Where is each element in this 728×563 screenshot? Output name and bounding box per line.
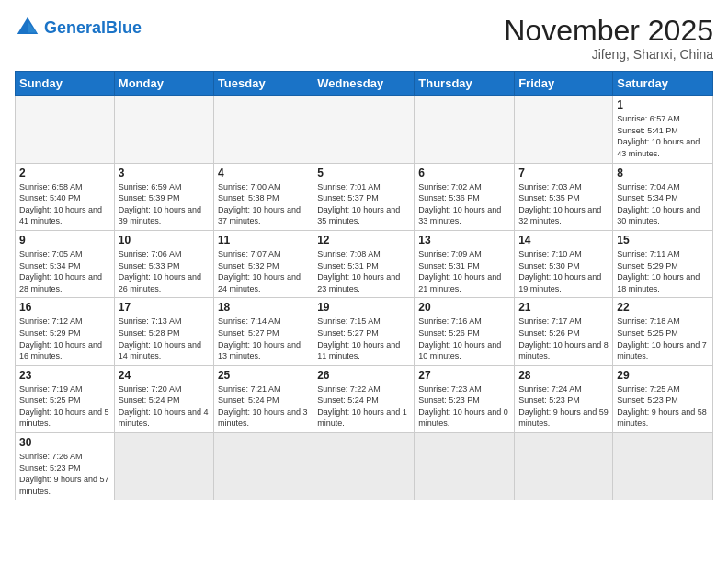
calendar-cell: 21Sunrise: 7:17 AM Sunset: 5:26 PM Dayli… bbox=[515, 298, 613, 365]
weekday-header-wednesday: Wednesday bbox=[313, 72, 415, 96]
day-info: Sunrise: 7:13 AM Sunset: 5:28 PM Dayligh… bbox=[119, 316, 210, 362]
calendar-cell bbox=[16, 96, 115, 163]
logo: GeneralBlue bbox=[15, 15, 142, 40]
day-number: 6 bbox=[418, 167, 510, 179]
calendar-cell: 28Sunrise: 7:24 AM Sunset: 5:23 PM Dayli… bbox=[515, 365, 613, 432]
day-info: Sunrise: 7:10 AM Sunset: 5:30 PM Dayligh… bbox=[518, 248, 609, 294]
calendar-cell: 11Sunrise: 7:07 AM Sunset: 5:32 PM Dayli… bbox=[213, 230, 313, 297]
day-info: Sunrise: 7:24 AM Sunset: 5:23 PM Dayligh… bbox=[518, 384, 609, 430]
day-number: 12 bbox=[317, 234, 410, 247]
day-number: 25 bbox=[218, 369, 309, 382]
day-number: 14 bbox=[518, 234, 609, 247]
page: GeneralBlue November 2025 Jifeng, Shanxi… bbox=[0, 0, 728, 563]
logo-blue: Blue bbox=[106, 18, 142, 37]
calendar-cell: 26Sunrise: 7:22 AM Sunset: 5:24 PM Dayli… bbox=[313, 365, 415, 432]
day-number: 8 bbox=[617, 167, 709, 179]
calendar-cell: 29Sunrise: 7:25 AM Sunset: 5:23 PM Dayli… bbox=[613, 365, 713, 432]
day-number: 19 bbox=[317, 301, 410, 314]
weekday-header-tuesday: Tuesday bbox=[213, 72, 313, 96]
calendar-cell bbox=[415, 433, 515, 500]
weekday-header-monday: Monday bbox=[114, 72, 213, 96]
calendar-cell: 16Sunrise: 7:12 AM Sunset: 5:29 PM Dayli… bbox=[16, 298, 115, 365]
calendar-cell: 13Sunrise: 7:09 AM Sunset: 5:31 PM Dayli… bbox=[415, 230, 515, 297]
day-number: 28 bbox=[518, 369, 609, 382]
logo-general: General bbox=[44, 18, 106, 37]
day-info: Sunrise: 7:11 AM Sunset: 5:29 PM Dayligh… bbox=[617, 248, 709, 294]
calendar-cell: 7Sunrise: 7:03 AM Sunset: 5:35 PM Daylig… bbox=[515, 163, 613, 230]
day-info: Sunrise: 7:21 AM Sunset: 5:24 PM Dayligh… bbox=[218, 384, 309, 430]
calendar-cell bbox=[313, 433, 415, 500]
day-number: 2 bbox=[19, 167, 110, 179]
day-info: Sunrise: 7:08 AM Sunset: 5:31 PM Dayligh… bbox=[317, 248, 410, 294]
day-info: Sunrise: 7:00 AM Sunset: 5:38 PM Dayligh… bbox=[218, 181, 309, 227]
day-number: 11 bbox=[218, 234, 309, 247]
calendar-cell: 22Sunrise: 7:18 AM Sunset: 5:25 PM Dayli… bbox=[613, 298, 713, 365]
header: GeneralBlue November 2025 Jifeng, Shanxi… bbox=[15, 15, 713, 62]
title-block: November 2025 Jifeng, Shanxi, China bbox=[504, 15, 713, 62]
day-info: Sunrise: 7:14 AM Sunset: 5:27 PM Dayligh… bbox=[218, 316, 309, 362]
calendar-cell: 4Sunrise: 7:00 AM Sunset: 5:38 PM Daylig… bbox=[213, 163, 313, 230]
day-info: Sunrise: 7:12 AM Sunset: 5:29 PM Dayligh… bbox=[19, 316, 110, 362]
calendar-cell: 23Sunrise: 7:19 AM Sunset: 5:25 PM Dayli… bbox=[16, 365, 115, 432]
day-number: 10 bbox=[119, 234, 210, 247]
day-number: 4 bbox=[218, 167, 309, 179]
subtitle: Jifeng, Shanxi, China bbox=[504, 47, 713, 62]
day-info: Sunrise: 7:15 AM Sunset: 5:27 PM Dayligh… bbox=[317, 316, 410, 362]
day-info: Sunrise: 7:17 AM Sunset: 5:26 PM Dayligh… bbox=[518, 316, 609, 362]
day-number: 26 bbox=[317, 369, 410, 382]
day-number: 7 bbox=[518, 167, 609, 179]
day-info: Sunrise: 7:20 AM Sunset: 5:24 PM Dayligh… bbox=[119, 384, 210, 430]
calendar-cell: 27Sunrise: 7:23 AM Sunset: 5:23 PM Dayli… bbox=[415, 365, 515, 432]
weekday-header-sunday: Sunday bbox=[16, 72, 115, 96]
day-number: 30 bbox=[19, 436, 110, 449]
day-info: Sunrise: 6:57 AM Sunset: 5:41 PM Dayligh… bbox=[617, 113, 709, 159]
day-number: 24 bbox=[119, 369, 210, 382]
day-info: Sunrise: 7:25 AM Sunset: 5:23 PM Dayligh… bbox=[617, 384, 709, 430]
day-info: Sunrise: 7:05 AM Sunset: 5:34 PM Dayligh… bbox=[19, 248, 110, 294]
day-number: 18 bbox=[218, 301, 309, 314]
day-number: 17 bbox=[119, 301, 210, 314]
day-info: Sunrise: 7:19 AM Sunset: 5:25 PM Dayligh… bbox=[19, 384, 110, 430]
day-info: Sunrise: 7:04 AM Sunset: 5:34 PM Dayligh… bbox=[617, 181, 709, 227]
calendar-cell: 10Sunrise: 7:06 AM Sunset: 5:33 PM Dayli… bbox=[114, 230, 213, 297]
weekday-header-friday: Friday bbox=[515, 72, 613, 96]
calendar-cell bbox=[313, 96, 415, 163]
day-info: Sunrise: 7:18 AM Sunset: 5:25 PM Dayligh… bbox=[617, 316, 709, 362]
calendar-cell: 9Sunrise: 7:05 AM Sunset: 5:34 PM Daylig… bbox=[16, 230, 115, 297]
calendar-cell: 20Sunrise: 7:16 AM Sunset: 5:26 PM Dayli… bbox=[415, 298, 515, 365]
day-number: 13 bbox=[418, 234, 510, 247]
calendar-cell: 1Sunrise: 6:57 AM Sunset: 5:41 PM Daylig… bbox=[613, 96, 713, 163]
day-number: 5 bbox=[317, 167, 410, 179]
calendar-cell: 15Sunrise: 7:11 AM Sunset: 5:29 PM Dayli… bbox=[613, 230, 713, 297]
day-number: 16 bbox=[19, 301, 110, 314]
day-number: 15 bbox=[617, 234, 709, 247]
calendar-cell: 6Sunrise: 7:02 AM Sunset: 5:36 PM Daylig… bbox=[415, 163, 515, 230]
calendar-cell: 5Sunrise: 7:01 AM Sunset: 5:37 PM Daylig… bbox=[313, 163, 415, 230]
day-info: Sunrise: 6:59 AM Sunset: 5:39 PM Dayligh… bbox=[119, 181, 210, 227]
calendar: SundayMondayTuesdayWednesdayThursdayFrid… bbox=[15, 71, 713, 500]
calendar-cell: 30Sunrise: 7:26 AM Sunset: 5:23 PM Dayli… bbox=[16, 433, 115, 500]
day-number: 9 bbox=[19, 234, 110, 247]
day-info: Sunrise: 7:06 AM Sunset: 5:33 PM Dayligh… bbox=[119, 248, 210, 294]
calendar-cell bbox=[213, 96, 313, 163]
calendar-cell: 14Sunrise: 7:10 AM Sunset: 5:30 PM Dayli… bbox=[515, 230, 613, 297]
day-number: 27 bbox=[418, 369, 510, 382]
calendar-cell bbox=[415, 96, 515, 163]
calendar-cell bbox=[515, 96, 613, 163]
day-info: Sunrise: 6:58 AM Sunset: 5:40 PM Dayligh… bbox=[19, 181, 110, 227]
day-number: 20 bbox=[418, 301, 510, 314]
calendar-cell bbox=[114, 433, 213, 500]
calendar-cell: 8Sunrise: 7:04 AM Sunset: 5:34 PM Daylig… bbox=[613, 163, 713, 230]
weekday-header-thursday: Thursday bbox=[415, 72, 515, 96]
day-info: Sunrise: 7:07 AM Sunset: 5:32 PM Dayligh… bbox=[218, 248, 309, 294]
month-title: November 2025 bbox=[504, 15, 713, 47]
calendar-cell bbox=[213, 433, 313, 500]
calendar-cell: 2Sunrise: 6:58 AM Sunset: 5:40 PM Daylig… bbox=[16, 163, 115, 230]
calendar-cell bbox=[114, 96, 213, 163]
calendar-cell: 18Sunrise: 7:14 AM Sunset: 5:27 PM Dayli… bbox=[213, 298, 313, 365]
day-info: Sunrise: 7:22 AM Sunset: 5:24 PM Dayligh… bbox=[317, 384, 410, 430]
day-info: Sunrise: 7:03 AM Sunset: 5:35 PM Dayligh… bbox=[518, 181, 609, 227]
calendar-cell bbox=[613, 433, 713, 500]
day-number: 3 bbox=[119, 167, 210, 179]
logo-icon bbox=[15, 15, 40, 40]
